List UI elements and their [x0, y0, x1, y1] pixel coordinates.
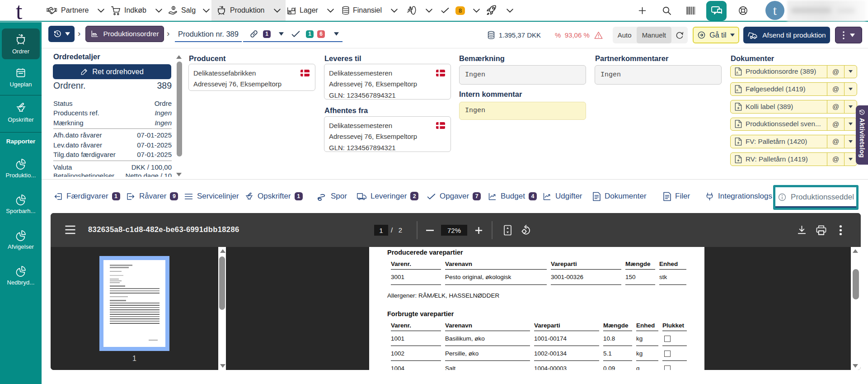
svg-text:A: A — [736, 71, 738, 74]
svg-text:A: A — [736, 88, 738, 91]
